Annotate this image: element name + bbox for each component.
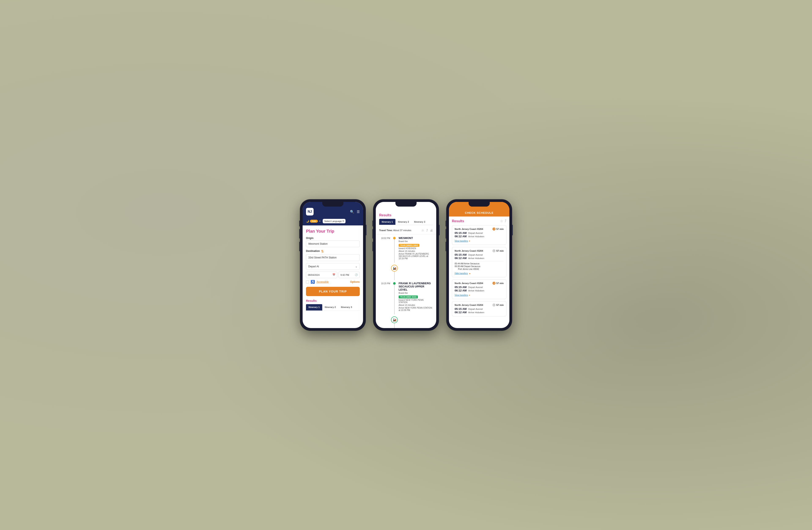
check-schedule-title: CHECK SCHEDULE <box>452 211 506 214</box>
phone-2: Results Itinerary 1 Itinerary 2 Itinerar… <box>373 199 439 331</box>
arrive-detail-2: Arrive NEW YORK PENN STATION at 10:39 PM <box>398 307 433 311</box>
share-icon[interactable]: ⤴ <box>426 228 428 232</box>
board-label-2: Board the <box>398 292 433 294</box>
train-icon-2: 🚂 <box>391 317 398 323</box>
stop-time-secaucus: 10:25 PM <box>379 282 390 314</box>
view-transfers-3[interactable]: View transfers <box>455 294 468 296</box>
duration-1: 57 min <box>496 228 504 230</box>
stop-dot-green <box>393 282 396 285</box>
star-icon-3[interactable]: ☆ <box>500 219 503 223</box>
card-4-duration: ? 57 min <box>492 304 504 306</box>
tab-itin-3[interactable]: Itinerary 3 <box>411 219 428 225</box>
accessible-label[interactable]: Accessible <box>317 280 329 283</box>
board-label: Board the <box>398 240 433 242</box>
print-icon[interactable]: 🖨 <box>430 228 433 232</box>
tab-itinerary-1[interactable]: Itinerary 1 <box>306 304 322 310</box>
stop-name-secaucus: FRANK R LAUTENBERG SECAUCUS UPPER LEVEL <box>398 282 433 291</box>
date-value: 08/04/2024 <box>308 274 320 276</box>
notch-1 <box>322 202 344 207</box>
phone1-body: Plan Your Trip Origin Wesmont Station De… <box>303 225 363 314</box>
phone-3: CHECK SCHEDULE Results ☆ ⤴ North Jersey … <box>446 199 512 331</box>
notch-3 <box>468 202 490 207</box>
origin-input[interactable]: Wesmont Station <box>306 240 360 247</box>
origin-label: Origin <box>306 237 360 240</box>
tab-itinerary-2[interactable]: Itinerary 2 <box>322 304 338 310</box>
phone-1-screen: NJ 🔍 ☰ 🌙 Auto ☀ Select Language ▾ Pl <box>303 202 363 328</box>
accessible-row: ♿ Accessible Options <box>306 280 360 284</box>
time-input[interactable]: 9:42 PM 🕐 <box>338 271 360 278</box>
plan-trip-button[interactable]: PLAN YOUR TRIP <box>306 287 360 296</box>
menu-icon[interactable]: ☰ <box>357 210 360 214</box>
duration-3: 57 min <box>496 282 504 284</box>
line-seg-2 <box>394 271 395 280</box>
travel-time-text: Travel Time: About 37 minutes <box>379 229 411 232</box>
transfer-arrow-up-2: ▲ <box>469 272 471 275</box>
train-icon-row-1: 🚂 <box>379 264 433 280</box>
stop-time-blank-1 <box>379 264 390 280</box>
notch-2 <box>395 202 417 207</box>
accessible-checkbox[interactable] <box>306 280 309 283</box>
share-icon-3[interactable]: ⤴ <box>505 219 506 223</box>
card-2-arrive: 06:12 AM Arrive Hoboken <box>455 256 504 260</box>
travel-action-icons: ☆ ⤴ 🖨 <box>421 228 433 232</box>
theme-toggle[interactable]: 🌙 Auto ☀ <box>306 220 321 223</box>
clock-orange-3: ⏱ <box>492 282 495 285</box>
card-1-header: North Jersey Coast #3204 ⏱ 57 min <box>455 227 504 231</box>
accessible-icon: ♿ <box>310 280 315 284</box>
card-2-duration: ? 57 min <box>492 249 504 252</box>
card-3-depart: 05:15 AM Depart Avenel <box>455 285 504 289</box>
card-2-depart: 05:15 AM Depart Avenel <box>455 253 504 256</box>
search-icon[interactable]: 🔍 <box>350 210 354 214</box>
stop-secaucus: 10:25 PM FRANK R LAUTENBERG SECAUCUS UPP… <box>379 282 433 314</box>
destination-input[interactable]: 33rd Street PATH Station <box>306 254 360 261</box>
stop-line-2 <box>392 282 396 314</box>
date-time-row: 08/04/2024 📅 9:42 PM 🕐 <box>306 271 360 278</box>
duration-2: 57 min <box>496 250 504 252</box>
card-1-depart: 05:15 AM Depart Avenel <box>455 231 504 235</box>
transfer-arrow-3: ▾ <box>469 294 470 296</box>
tab-itin-1[interactable]: Itinerary 1 <box>379 219 395 225</box>
card-1-route: North Jersey Coast #3204 <box>455 228 483 230</box>
language-select[interactable]: Select Language ▾ <box>323 219 346 223</box>
phone-1: NJ 🔍 ☰ 🌙 Auto ☀ Select Language ▾ Pl <box>300 199 366 331</box>
phone3-body: Results ☆ ⤴ North Jersey Coast #3204 ⏱ 5… <box>449 217 509 321</box>
chevron-down-icon: ▾ <box>343 220 344 222</box>
phones-container: NJ 🔍 ☰ 🌙 Auto ☀ Select Language ▾ Pl <box>300 199 512 331</box>
results-label: Results <box>306 299 360 303</box>
transfer-detail-1: 05:44 AM Arrive Secaucus <box>455 263 504 265</box>
stop-line-1 <box>392 236 396 263</box>
options-button[interactable]: Options <box>350 280 360 283</box>
card-4-header: North Jersey Coast #3204 ? 57 min <box>455 304 504 306</box>
depart-select[interactable]: Depart At ⌄ <box>306 263 360 270</box>
card-3-header: North Jersey Coast #3204 ⏱ 57 min <box>455 282 504 285</box>
time-value: 9:42 PM <box>340 274 349 276</box>
tab-itinerary-3[interactable]: Itinerary 3 <box>338 304 354 310</box>
phone-3-screen: CHECK SCHEDULE Results ☆ ⤴ North Jersey … <box>449 202 509 328</box>
train-badge-2: TRAIN (MNE 6940) <box>398 295 418 298</box>
card-2-header: North Jersey Coast #3204 ? 57 min <box>455 249 504 252</box>
swap-icon[interactable]: ⇅ <box>321 249 324 253</box>
nj-logo: NJ <box>306 208 314 215</box>
card-2-route: North Jersey Coast #3204 <box>455 250 483 252</box>
schedule-card-4: North Jersey Coast #3204 ? 57 min 05:15 … <box>452 301 506 317</box>
schedule-card-3: North Jersey Coast #3204 ⏱ 57 min 05:15 … <box>452 279 506 299</box>
line-seg-4 <box>394 323 395 328</box>
hide-transfers-2[interactable]: Hide transfers <box>455 272 468 275</box>
travel-time-bar: Travel Time: About 37 minutes ☆ ⤴ 🖨 <box>376 226 436 234</box>
chevron-down-icon: ⌄ <box>355 265 357 268</box>
moon-icon: 🌙 <box>306 220 309 223</box>
phone-2-screen: Results Itinerary 1 Itinerary 2 Itinerar… <box>376 202 436 328</box>
clock-grey-4: ? <box>492 304 495 306</box>
results3-label: Results <box>452 219 464 223</box>
train-badge-1: TRAIN (MNBN 1882) <box>398 244 419 247</box>
tab-itin-2[interactable]: Itinerary 2 <box>395 219 412 225</box>
clock-grey-2: ? <box>492 249 495 252</box>
arrive-detail-1: Arrive FRANK R LAUTENBERG SECAUCUS LOWER… <box>398 253 433 260</box>
view-transfers-1[interactable]: View transfers <box>455 240 468 242</box>
results3-icons: ☆ ⤴ <box>500 219 506 223</box>
line-seg-3 <box>394 285 395 314</box>
star-icon[interactable]: ☆ <box>421 228 424 232</box>
date-input[interactable]: 08/04/2024 📅 <box>306 271 337 278</box>
results3-header: Results ☆ ⤴ <box>452 219 506 223</box>
transfer-detail-3: Port Jervis Line #0042 <box>458 268 504 270</box>
